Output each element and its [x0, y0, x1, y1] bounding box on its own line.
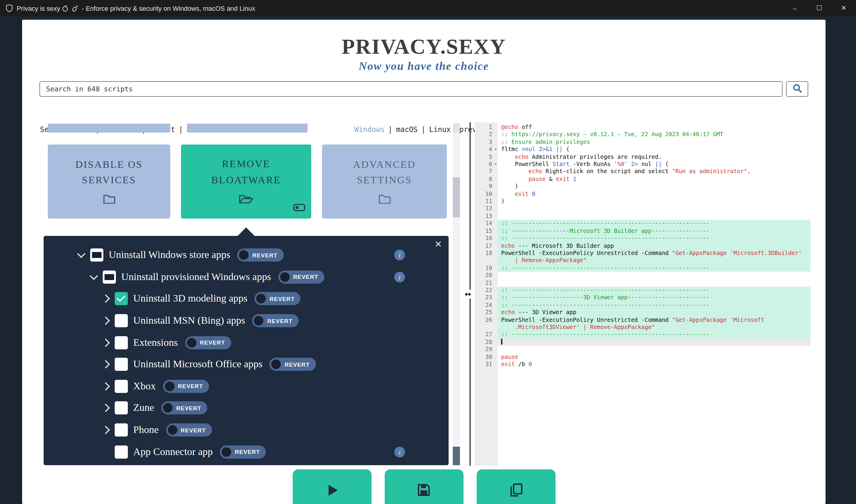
code-line[interactable]: 6▾ PowerShell Start -Verb RunAs '%0' 2> …	[475, 161, 825, 168]
search-input[interactable]	[39, 81, 783, 97]
code-line[interactable]: 12	[475, 205, 825, 213]
revert-toggle[interactable]: REVERT	[185, 336, 231, 349]
code-line[interactable]: 2:: https://privacy.sexy — v0.12.1 — Tue…	[475, 131, 825, 139]
expand-caret-icon[interactable]	[102, 360, 110, 368]
expand-caret-icon[interactable]	[77, 250, 85, 258]
code-line[interactable]: 13	[475, 213, 825, 220]
code-line[interactable]: 8 pause & exit 1	[475, 176, 825, 183]
revert-toggle[interactable]: REVERT	[220, 445, 266, 458]
checkbox-checked[interactable]	[115, 292, 128, 305]
checkbox-unchecked[interactable]	[115, 314, 128, 327]
fold-icon[interactable]: ▾	[495, 161, 497, 168]
code-line[interactable]: 9 )	[475, 183, 825, 191]
checkbox-unchecked[interactable]	[115, 336, 128, 349]
tree-row-xbox[interactable]: XboxREVERT	[43, 375, 449, 397]
tree-row-uninstall-windows-store-apps[interactable]: Uninstall Windows store appsREVERTi	[43, 244, 449, 266]
info-icon[interactable]: i	[394, 446, 405, 457]
code-line[interactable]: 24:: -----------------------------------…	[475, 302, 825, 309]
code-line[interactable]: 29	[475, 346, 825, 353]
code-line[interactable]: 28	[475, 339, 825, 346]
tree-row-app-connector-app[interactable]: App Connector appREVERTi	[43, 441, 449, 463]
code-line[interactable]: 23:: ---------------------3D Viewer app-…	[475, 294, 825, 302]
code-line[interactable]: 11)	[475, 198, 825, 205]
code-line[interactable]: 22:: -----------------------------------…	[475, 287, 825, 294]
code-line[interactable]: 20	[475, 272, 825, 279]
code-text: :: -------------------------------------…	[498, 302, 810, 309]
card-disable-os-services[interactable]: DISABLE OSSERVICES	[48, 145, 170, 219]
tree-row-uninstall-msn-bing-apps[interactable]: Uninstall MSN (Bing) appsREVERT	[43, 310, 449, 332]
revert-toggle[interactable]: REVERT	[237, 249, 283, 262]
checkbox-unchecked[interactable]	[115, 424, 128, 436]
expand-caret-icon[interactable]	[102, 317, 110, 325]
code-line[interactable]: 7 echo Right-click on the script and sel…	[475, 168, 825, 176]
expand-caret-icon[interactable]	[90, 272, 98, 280]
code-line[interactable]: 25echo --- 3D Viewer app	[475, 309, 825, 316]
code-editor[interactable]: 1@echo off2:: https://privacy.sexy — v0.…	[475, 122, 825, 466]
tree-row-uninstall-provisioned-windows-apps[interactable]: Uninstall provisioned Windows appsREVERT…	[43, 266, 449, 288]
resize-handle-icon[interactable]: ↔	[464, 290, 472, 299]
scrollbar-thumb-dark[interactable]	[453, 447, 460, 465]
cards-scrollbar[interactable]	[453, 122, 460, 466]
folder-closed-icon	[378, 194, 391, 206]
expand-caret-icon[interactable]	[102, 295, 110, 303]
revert-toggle[interactable]: REVERT	[163, 380, 209, 393]
code-line[interactable]: 14:: -----------------------------------…	[475, 220, 825, 228]
code-line[interactable]: 21	[475, 279, 825, 287]
checkbox-unchecked[interactable]	[115, 401, 128, 415]
revert-toggle[interactable]: REVERT	[166, 424, 212, 436]
tree-row-uninstall-microsoft-office-apps[interactable]: Uninstall Microsoft Office appsREVERT	[43, 354, 449, 375]
line-number: 17	[475, 242, 498, 250]
revert-toggle[interactable]: REVERT	[254, 292, 301, 305]
checkbox-unchecked[interactable]	[115, 445, 128, 458]
revert-toggle[interactable]: REVERT	[278, 271, 324, 284]
code-text: :: -------------------------------------…	[498, 287, 810, 294]
code-line[interactable]: 18PowerShell -ExecutionPolicy Unrestrict…	[475, 250, 825, 265]
maximize-button[interactable]: ☐	[807, 0, 832, 16]
tree-row-phone[interactable]: PhoneREVERT	[43, 419, 449, 441]
scrollbar-top-button[interactable]	[453, 124, 460, 132]
info-icon[interactable]: i	[394, 272, 405, 283]
checkbox-indeterminate[interactable]	[90, 249, 103, 262]
card-remove-bloatware[interactable]: REMOVEBLOATWARE	[181, 145, 311, 219]
tree-row-extensions[interactable]: ExtensionsREVERT	[43, 332, 449, 354]
expand-caret-icon[interactable]	[102, 426, 110, 434]
folder-open-icon	[238, 194, 254, 206]
scrollbar-thumb[interactable]	[453, 177, 460, 217]
card-partial[interactable]	[187, 124, 308, 132]
code-line[interactable]: 1@echo off	[475, 124, 825, 131]
code-line[interactable]: 27:: -----------------------------------…	[475, 331, 825, 339]
checkbox-indeterminate[interactable]	[103, 271, 116, 284]
save-button[interactable]	[385, 469, 463, 504]
fold-icon[interactable]: ▾	[495, 146, 497, 153]
code-line[interactable]: 16:: -----------------------------------…	[475, 235, 825, 242]
code-line[interactable]: 19:: -----------------------------------…	[475, 264, 825, 272]
code-line[interactable]: 26PowerShell -ExecutionPolicy Unrestrict…	[475, 316, 825, 331]
code-line[interactable]: 10 exit 0	[475, 190, 825, 198]
close-window-button[interactable]: ✕	[832, 0, 856, 16]
card-partial[interactable]	[48, 124, 170, 132]
info-icon[interactable]: i	[394, 250, 405, 260]
code-line[interactable]: 15:: -----------------Microsoft 3D Build…	[475, 227, 825, 235]
tree-row-uninstall-3d-modeling-apps[interactable]: Uninstall 3D modeling appsREVERT	[43, 288, 449, 310]
revert-toggle[interactable]: REVERT	[270, 358, 316, 371]
copy-button[interactable]	[476, 469, 555, 504]
run-button[interactable]	[292, 469, 371, 504]
revert-toggle[interactable]: REVERT	[161, 401, 207, 415]
expand-caret-icon[interactable]	[102, 404, 110, 412]
code-line[interactable]: 17echo --- Microsoft 3D Builder app	[475, 242, 825, 250]
expand-caret-icon[interactable]	[102, 338, 110, 347]
minimize-button[interactable]: –	[783, 0, 807, 16]
tree-row-zune[interactable]: ZuneREVERT	[43, 397, 449, 419]
code-line[interactable]: 5 echo Administrator privileges are requ…	[475, 153, 825, 161]
code-line[interactable]: 3:: Ensure admin privileges	[475, 139, 825, 146]
revert-toggle[interactable]: REVERT	[252, 314, 298, 327]
code-line[interactable]: 30pause	[475, 353, 825, 361]
card-advanced-settings[interactable]: ADVANCEDSETTINGS	[322, 145, 447, 219]
checkbox-unchecked[interactable]	[115, 358, 128, 371]
checkbox-unchecked[interactable]	[115, 380, 128, 393]
expand-caret-icon[interactable]	[102, 382, 110, 391]
content-area: DISABLE OSSERVICESREMOVEBLOATWAREADVANCE…	[22, 122, 825, 466]
code-line[interactable]: 31exit /b 0	[475, 361, 825, 368]
code-line[interactable]: 4▾fltmc >nul 2>&1 || (	[475, 146, 825, 153]
search-button[interactable]	[786, 81, 808, 97]
